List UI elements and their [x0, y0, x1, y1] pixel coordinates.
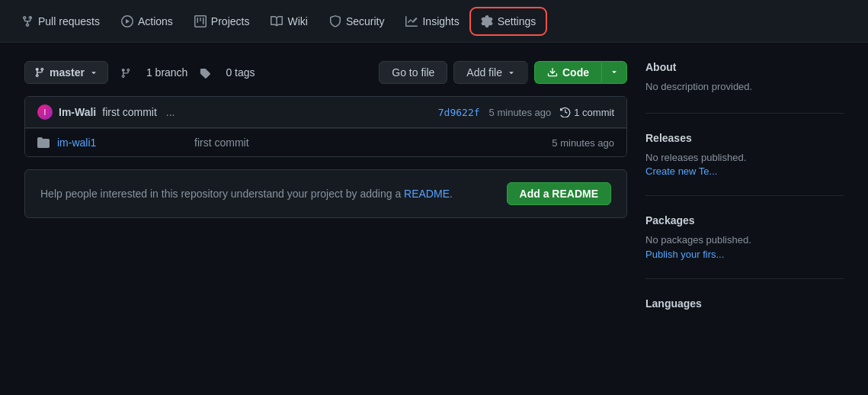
repo-section: master 1 branch [24, 61, 627, 352]
add-file-button[interactable]: Add file [453, 61, 528, 84]
tag-icon [200, 66, 213, 79]
languages-title: Languages [645, 297, 844, 310]
commit-count: 1 commit [560, 107, 614, 118]
about-description: No description provided. [645, 79, 844, 95]
go-to-file-button[interactable]: Go to file [379, 61, 447, 84]
branch-count-icon [120, 66, 134, 79]
commit-message: first commit [102, 106, 157, 118]
nav-actions-label: Actions [138, 15, 173, 27]
create-new-release-link[interactable]: Create new Te... [645, 165, 717, 177]
branch-icon [34, 67, 45, 78]
actions-icon [121, 15, 133, 27]
avatar: I [37, 104, 53, 120]
security-icon [329, 15, 341, 27]
projects-icon [194, 15, 207, 27]
download-icon [547, 67, 558, 78]
chevron-down-icon [89, 68, 98, 77]
settings-icon [481, 15, 493, 27]
commit-hash[interactable]: 7d9622f [438, 107, 480, 118]
commit-header-left: I Im-Wali first commit ... [37, 104, 175, 120]
packages-section: Packages No packages published. Publish … [645, 214, 844, 279]
nav-actions[interactable]: Actions [112, 9, 182, 34]
code-label: Code [562, 66, 589, 79]
nav-wiki[interactable]: Wiki [261, 9, 316, 34]
branch-bar-right: Go to file Add file Code [379, 61, 627, 84]
about-section: About No description provided. [645, 61, 844, 114]
readme-banner-text: Help people interested in this repositor… [40, 188, 453, 200]
code-caret-button[interactable] [601, 61, 627, 84]
publish-package-link[interactable]: Publish your firs... [645, 249, 724, 260]
wiki-icon [271, 15, 283, 27]
readme-link[interactable]: README [404, 188, 450, 200]
commit-header-right: 7d9622f 5 minutes ago 1 commit [438, 107, 614, 118]
commit-dots: ... [166, 106, 175, 118]
add-readme-button[interactable]: Add a README [507, 182, 611, 205]
clock-icon [560, 107, 571, 117]
chevron-down-icon-code [610, 67, 619, 76]
branch-count-link[interactable]: 1 branch [146, 66, 187, 79]
commit-header: I Im-Wali first commit ... 7d9622f 5 min… [25, 97, 626, 128]
table-row: im-wali1 first commit 5 minutes ago [25, 128, 626, 156]
nav-security[interactable]: Security [320, 9, 394, 34]
pr-icon [21, 15, 34, 27]
nav-insights-label: Insights [422, 15, 459, 27]
code-split: Code [534, 61, 627, 84]
languages-section: Languages [645, 297, 844, 334]
nav-security-label: Security [346, 15, 385, 27]
add-file-split: Add file [453, 61, 528, 84]
insights-icon [405, 15, 418, 27]
file-name[interactable]: im-wali1 [57, 136, 194, 149]
nav-pull-requests-label: Pull requests [38, 15, 100, 27]
chevron-down-icon-add-file [507, 68, 516, 77]
releases-title: Releases [645, 132, 844, 144]
packages-title: Packages [645, 214, 844, 226]
commit-time: 5 minutes ago [489, 107, 552, 118]
nav-settings-label: Settings [498, 15, 536, 27]
nav-projects-label: Projects [211, 15, 250, 27]
nav-settings[interactable]: Settings [472, 9, 546, 34]
releases-section: Releases No releases published. Create n… [645, 132, 844, 197]
branch-selector[interactable]: master [24, 61, 108, 84]
main-content: master 1 branch [0, 43, 868, 371]
add-file-label: Add file [466, 66, 502, 79]
file-time: 5 minutes ago [552, 137, 614, 149]
packages-text: No packages published. [645, 233, 844, 248]
folder-icon [37, 136, 50, 149]
nav-insights[interactable]: Insights [396, 9, 468, 34]
file-commit-msg: first commit [194, 136, 552, 149]
commit-count-label[interactable]: 1 commit [574, 107, 614, 118]
file-table: I Im-Wali first commit ... 7d9622f 5 min… [24, 96, 627, 157]
branch-name: master [50, 66, 85, 79]
branch-bar-left: master 1 branch [24, 61, 255, 84]
branch-meta: 1 branch 0 tags [120, 66, 255, 79]
nav-projects[interactable]: Projects [185, 9, 259, 34]
releases-text: No releases published. [645, 150, 844, 165]
nav-pull-requests[interactable]: Pull requests [12, 9, 109, 34]
about-title: About [645, 61, 844, 73]
commit-author[interactable]: Im-Wali [59, 106, 96, 118]
sidebar: About No description provided. Releases … [645, 61, 844, 352]
tag-count-link[interactable]: 0 tags [226, 66, 255, 79]
nav-bar: Pull requests Actions Projects Wiki [0, 0, 868, 43]
code-button[interactable]: Code [534, 61, 601, 84]
readme-banner: Help people interested in this repositor… [24, 169, 627, 218]
nav-wiki-label: Wiki [287, 15, 307, 27]
branch-bar: master 1 branch [24, 61, 627, 84]
